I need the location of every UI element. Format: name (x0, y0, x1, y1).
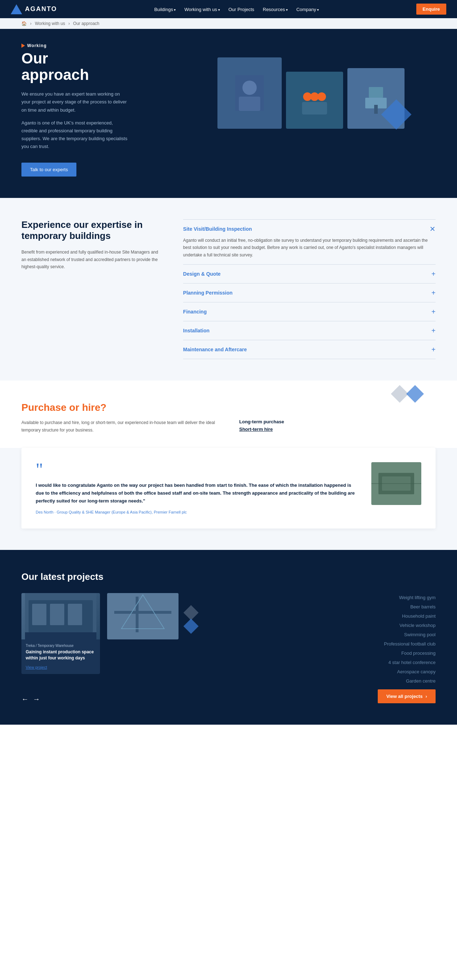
accordion-title-0: Site Visit/Building Inspection (183, 226, 252, 232)
enquire-button[interactable]: Enquire (416, 3, 446, 14)
projects-controls: ← → (21, 695, 40, 703)
breadcrumb-working[interactable]: Working with us (35, 21, 65, 26)
tag-2: Household paint (203, 612, 436, 621)
nav-item-resources[interactable]: Resources (263, 6, 288, 12)
tag-4: Swimming pool (203, 630, 436, 640)
hero-cta-button[interactable]: Talk to our experts (21, 162, 77, 177)
breadcrumb-sep-1: › (30, 21, 31, 26)
nav-item-projects[interactable]: Our Projects (228, 6, 254, 12)
accordion-expand-icon-4[interactable]: + (431, 327, 436, 334)
accordion-header-5[interactable]: Maintenance and Aftercare + (183, 346, 436, 353)
accordion-expand-icon-5[interactable]: + (431, 346, 436, 353)
purchase-link-0[interactable]: Long-term purchase (239, 419, 436, 425)
purchase-section: Purchase or hire? Available to purchase … (0, 380, 457, 448)
expertise-left: Experience our expertise in temporary bu… (21, 220, 162, 270)
tag-5: Professional football club (203, 640, 436, 649)
projects-bottom: ← → View all projects › (21, 689, 436, 703)
quote-icon: " (36, 462, 361, 476)
hero-tag-text: Working (27, 43, 47, 48)
accordion-item-4: Installation + (183, 321, 436, 340)
nav-item-working[interactable]: Working with us (184, 6, 220, 12)
accordion-item-0: Site Visit/Building Inspection ✕ Aganto … (183, 220, 436, 264)
purchase-deco-2 (406, 385, 424, 402)
hero-tag: Working (21, 43, 203, 48)
view-all-arrow-icon: › (426, 694, 427, 699)
nav-item-buildings[interactable]: Buildings (154, 6, 176, 12)
tag-7: 4 star hotel conference (203, 658, 436, 667)
tag-6: Food processing (203, 649, 436, 658)
testimonial-card: " I would like to congratulate Aganto on… (21, 448, 436, 528)
hero-tag-triangle-icon (21, 43, 25, 48)
svg-rect-24 (114, 611, 171, 614)
tag-1: Beer barrels (203, 602, 436, 612)
svg-rect-18 (32, 604, 46, 625)
accordion-header-2[interactable]: Planning Permission + (183, 289, 436, 296)
tag-3: Vehicle workshop (203, 621, 436, 630)
view-all-projects-button[interactable]: View all projects › (378, 689, 436, 703)
logo[interactable]: AGANTO (11, 4, 57, 14)
accordion-item-2: Planning Permission + (183, 283, 436, 302)
purchase-row: Available to purchase and hire, long or … (21, 419, 436, 434)
accordion-expand-icon-1[interactable]: + (431, 270, 436, 277)
expertise-title: Experience our expertise in temporary bu… (21, 220, 162, 242)
breadcrumb-current: Our approach (73, 21, 99, 26)
testimonial-image (371, 462, 421, 505)
accordion-item-1: Design & Quote + (183, 264, 436, 283)
accordion-header-4[interactable]: Installation + (183, 327, 436, 334)
breadcrumb: 🏠 › Working with us › Our approach (0, 18, 457, 29)
logo-text: AGANTO (25, 5, 57, 13)
purchase-link-1[interactable]: Short-term hire (239, 426, 436, 432)
projects-title: Our latest projects (21, 571, 436, 582)
project-info-0: Treka / Temporary Warehouse Gaining inst… (21, 640, 100, 674)
project-link-0[interactable]: View project (26, 665, 47, 670)
hero-desc-1: We ensure you have an expert team workin… (21, 90, 129, 114)
nav-item-company[interactable]: Company (296, 6, 319, 12)
project-image-0 (21, 593, 100, 640)
breadcrumb-sep-2: › (69, 21, 70, 26)
navbar: AGANTO Buildings Working with us Our Pro… (0, 0, 457, 18)
hero-image-team (286, 72, 343, 129)
purchase-deco-1 (391, 385, 408, 402)
accordion-expand-icon-2[interactable]: + (431, 289, 436, 296)
svg-rect-10 (369, 87, 383, 98)
hero-title: Our approach (21, 50, 203, 83)
next-project-button[interactable]: → (33, 695, 40, 703)
projects-section: Our latest projects Treka / Temporary Wa… (0, 550, 457, 725)
accordion-header-1[interactable]: Design & Quote + (183, 270, 436, 277)
accordion-title-3: Financing (183, 309, 207, 315)
hero-image-placeholder-1 (217, 57, 282, 129)
svg-point-1 (243, 81, 257, 95)
expertise-desc: Benefit from experienced and fully quali… (21, 248, 162, 270)
project-image-1 (107, 593, 179, 640)
logo-triangle-icon (11, 4, 22, 14)
nav-menu: Buildings Working with us Our Projects R… (154, 6, 319, 12)
accordion-title-1: Design & Quote (183, 271, 221, 277)
accordion-item-5: Maintenance and Aftercare + (183, 340, 436, 359)
accordion-item-3: Financing + (183, 302, 436, 321)
accordion-close-icon-0[interactable]: ✕ (430, 225, 436, 232)
accordion-container: Site Visit/Building Inspection ✕ Aganto … (183, 220, 436, 359)
testimonial-author: Des North · Group Quality & SHE Manager … (36, 510, 361, 514)
project-card-1 (107, 593, 179, 640)
accordion-title-2: Planning Permission (183, 290, 232, 296)
accordion-body-0: Aganto will conduct an initial free, no-… (183, 237, 436, 259)
tag-8: Aerospace canopy (203, 667, 436, 676)
svg-rect-11 (374, 105, 378, 114)
accordion-expand-icon-3[interactable]: + (431, 308, 436, 315)
svg-rect-20 (68, 604, 82, 625)
tag-0: Weight lifting gym (203, 593, 436, 602)
project-category-0: Treka / Temporary Warehouse (26, 644, 96, 648)
accordion-header-3[interactable]: Financing + (183, 308, 436, 315)
prev-project-button[interactable]: ← (21, 695, 29, 703)
svg-rect-2 (239, 97, 260, 111)
purchase-links: Long-term purchase Short-term hire (239, 419, 436, 432)
project-name-0: Gaining instant production space within … (26, 649, 96, 661)
purchase-title: Purchase or hire? (21, 402, 436, 413)
hero-section: Working Our approach We ensure you have … (0, 29, 457, 198)
testimonial-text: I would like to congratulate Aganto on t… (36, 482, 361, 505)
accordion-header-0[interactable]: Site Visit/Building Inspection ✕ (183, 225, 436, 232)
svg-rect-22 (107, 593, 179, 640)
hero-image-person (217, 57, 282, 129)
project-diamond-deco (186, 593, 197, 632)
svg-point-6 (317, 92, 326, 101)
